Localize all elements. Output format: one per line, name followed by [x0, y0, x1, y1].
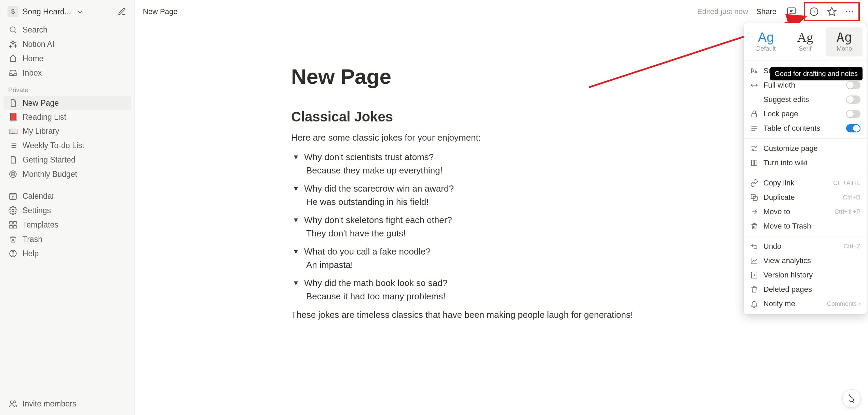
panel-action-turn into wiki[interactable]: Turn into wiki — [744, 156, 867, 170]
toggle-block[interactable]: ▼ What do you call a fake noodle? An imp… — [291, 245, 711, 274]
panel-toggle-label: Table of contents — [763, 124, 841, 133]
sidebar-templates[interactable]: Templates — [3, 218, 131, 232]
sidebar-nav-notion ai[interactable]: Notion AI — [3, 37, 131, 51]
updates-button[interactable] — [806, 4, 822, 19]
panel-action-move to[interactable]: Move to Ctrl+⇧+P — [744, 205, 867, 219]
workspace-name: Song Heard... — [23, 7, 71, 16]
panel-toggle-table of contents[interactable]: Table of contents — [744, 121, 867, 135]
toggle-question[interactable]: What do you call a fake noodle? — [304, 246, 431, 257]
calendar-icon — [8, 191, 18, 201]
document[interactable]: New Page Classical Jokes Here are some c… — [291, 64, 711, 415]
sidebar-calendar[interactable]: Calendar — [3, 189, 131, 203]
panel-toggle-label: Suggest edits — [763, 95, 841, 104]
toggle-arrow-icon[interactable]: ▼ — [291, 246, 301, 256]
toggle-block[interactable]: ▼ Why did the math book look so sad? Bec… — [291, 276, 711, 305]
help-icon — [8, 249, 18, 258]
panel-action-move to trash[interactable]: Move to Trash — [744, 219, 867, 233]
toggle-block[interactable]: ▼ Why don't skeletons fight each other? … — [291, 213, 711, 242]
sidebar-help[interactable]: Help — [3, 246, 131, 261]
sidebar-nav-inbox[interactable]: Inbox — [3, 66, 131, 80]
more-menu-button[interactable] — [842, 4, 857, 19]
panel-action-hint: Ctrl+D — [843, 194, 860, 201]
panel-action-label: Deleted pages — [763, 285, 860, 294]
sidebar-nav-label: Notion AI — [23, 40, 54, 49]
panel-action-customize page[interactable]: Customize page — [744, 141, 867, 156]
favorite-button[interactable] — [824, 4, 839, 19]
toggle-question[interactable]: Why did the math book look so sad? — [304, 278, 447, 288]
font-option-default[interactable]: Ag Default — [748, 27, 784, 56]
sidebar-invite-members[interactable]: Invite members — [3, 397, 131, 411]
sidebar-invite-label: Invite members — [23, 399, 76, 408]
panel-toggle-lock page[interactable]: Lock page — [744, 107, 867, 121]
breadcrumb[interactable]: New Page — [143, 7, 178, 16]
font-option-serif[interactable]: Ag Serif — [787, 27, 824, 56]
sidebar-nav-label: Search — [23, 25, 48, 35]
toggle-question[interactable]: Why don't scientists trust atoms? — [304, 152, 434, 163]
workspace-switcher[interactable]: S Song Heard... — [8, 6, 85, 17]
panel-action-duplicate[interactable]: Duplicate Ctrl+D — [744, 190, 867, 205]
members-icon — [8, 399, 18, 408]
doc-intro[interactable]: Here are some classic jokes for your enj… — [291, 131, 711, 145]
workspace-avatar: S — [8, 6, 18, 17]
toggle-answer[interactable]: They don't have the guts! — [291, 227, 711, 242]
page-emoji: 📕 — [8, 113, 18, 122]
page-title[interactable]: New Page — [291, 64, 711, 89]
sidebar-bottom-label: Help — [23, 249, 39, 258]
panel-action-version history[interactable]: Version history — [744, 268, 867, 282]
sidebar-page-my library[interactable]: 📖My Library — [3, 124, 131, 138]
toggle-question[interactable]: Why did the scarecrow win an award? — [304, 183, 454, 194]
panel-action-copy link[interactable]: Copy link Ctrl+Alt+L — [744, 176, 867, 190]
font-sample: Ag — [749, 31, 783, 44]
sidebar-nav-label: Inbox — [23, 68, 42, 78]
panel-action-deleted pages[interactable]: Deleted pages — [744, 282, 867, 297]
toggle-switch[interactable] — [846, 81, 860, 89]
sidebar-page-label: Reading List — [23, 113, 66, 122]
font-option-mono[interactable]: Ag Mono — [826, 27, 863, 56]
panel-toggle-suggest edits[interactable]: Suggest edits — [744, 92, 867, 107]
sidebar-page-weekly to-do list[interactable]: Weekly To-do List — [3, 138, 131, 153]
toggle-block[interactable]: ▼ Why don't scientists trust atoms? Beca… — [291, 151, 711, 179]
sidebar-nav-home[interactable]: Home — [3, 51, 131, 66]
toggle-switch[interactable] — [846, 124, 860, 132]
settings-icon — [8, 206, 18, 215]
toggle-answer[interactable]: He was outstanding in his field! — [291, 195, 711, 211]
compose-icon[interactable] — [117, 7, 127, 16]
sidebar-settings[interactable]: Settings — [3, 203, 131, 218]
toggle-arrow-icon[interactable]: ▼ — [291, 278, 301, 287]
panel-action-view analytics[interactable]: View analytics — [744, 254, 867, 268]
toggle-arrow-icon[interactable]: ▼ — [291, 152, 301, 161]
toggle-question[interactable]: Why don't skeletons fight each other? — [304, 215, 452, 225]
toggle-answer[interactable]: Because they make up everything! — [291, 164, 711, 179]
panel-action-notify me[interactable]: Notify me Comments › — [744, 297, 867, 311]
panel-action-label: Duplicate — [763, 193, 838, 202]
panel-action-label: View analytics — [763, 256, 860, 265]
list-icon — [8, 141, 18, 150]
sidebar-nav-search[interactable]: Search — [3, 23, 131, 37]
sidebar-page-getting started[interactable]: Getting Started — [3, 153, 131, 167]
target-icon — [8, 169, 18, 179]
ai-fab-button[interactable] — [843, 390, 860, 407]
comments-button[interactable] — [784, 4, 799, 19]
panel-action-undo[interactable]: Undo Ctrl+Z — [744, 239, 867, 254]
page-emoji: 📖 — [8, 127, 18, 136]
share-button[interactable]: Share — [756, 7, 776, 16]
sidebar-bottom-label: Settings — [23, 206, 51, 215]
doc-heading[interactable]: Classical Jokes — [291, 109, 711, 125]
toggle-block[interactable]: ▼ Why did the scarecrow win an award? He… — [291, 182, 711, 211]
doc-outro[interactable]: These jokes are timeless classics that h… — [291, 308, 711, 322]
toggle-answer[interactable]: Because it had too many problems! — [291, 290, 711, 305]
font-sample: Ag — [788, 31, 822, 44]
sidebar-trash[interactable]: Trash — [3, 232, 131, 246]
toggle-switch[interactable] — [846, 95, 860, 104]
toggle-switch[interactable] — [846, 110, 860, 118]
toggle-answer[interactable]: An impasta! — [291, 258, 711, 274]
font-label-mono: Mono — [827, 45, 861, 52]
sidebar-page-label: Getting Started — [23, 155, 76, 165]
sidebar-page-new page[interactable]: New Page — [3, 96, 131, 110]
sidebar-bottom-label: Templates — [23, 220, 58, 230]
toggle-arrow-icon[interactable]: ▼ — [291, 215, 301, 224]
sidebar-page-monthly budget[interactable]: Monthly Budget — [3, 167, 131, 181]
sidebar-page-label: Monthly Budget — [23, 170, 77, 179]
sidebar-page-reading list[interactable]: 📕Reading List — [3, 110, 131, 124]
toggle-arrow-icon[interactable]: ▼ — [291, 183, 301, 193]
